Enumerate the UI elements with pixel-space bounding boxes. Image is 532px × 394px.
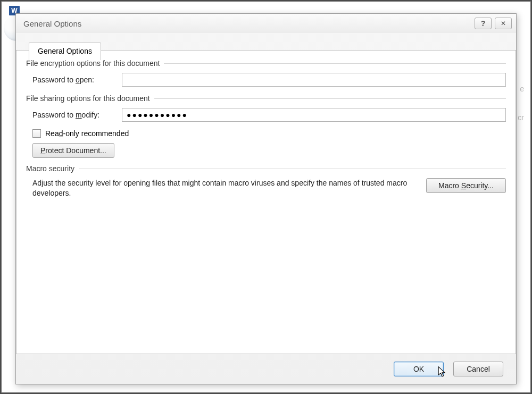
password-modify-input[interactable] (122, 108, 506, 122)
group-title: File encryption options for this documen… (26, 59, 160, 68)
bg-snippet: e (520, 85, 524, 93)
help-button[interactable]: ? (475, 18, 492, 29)
group-encryption: File encryption options for this documen… (26, 59, 506, 90)
close-button[interactable]: ✕ (495, 18, 512, 29)
ok-button[interactable]: OK (394, 362, 444, 376)
row-password-open: Password to open: (26, 68, 506, 90)
app-window: W e cr General Options ? ✕ General Optio… (1, 1, 531, 393)
help-icon: ? (481, 19, 486, 28)
cancel-button[interactable]: Cancel (453, 362, 503, 376)
readonly-label: Read-only recommended (45, 129, 129, 138)
dialog-body: General Options File encryption options … (16, 33, 516, 384)
row-readonly: Read-only recommended (26, 125, 506, 142)
row-protect-button: Protect Document... (26, 142, 506, 160)
group-macro: Macro security Adjust the security level… (26, 164, 506, 199)
dialog-title: General Options (23, 19, 471, 28)
readonly-checkbox[interactable] (32, 129, 41, 138)
general-options-dialog: General Options ? ✕ General Options File… (15, 13, 517, 384)
row-macro: Adjust the security level for opening fi… (26, 173, 506, 199)
group-header-macro: Macro security (26, 164, 506, 173)
label-password-open: Password to open: (32, 76, 122, 84)
panel-inner: File encryption options for this documen… (16, 51, 516, 209)
dialog-titlebar: General Options ? ✕ (16, 14, 516, 33)
group-sharing: File sharing options for this document P… (26, 94, 506, 160)
group-header-encryption: File encryption options for this documen… (26, 59, 506, 68)
password-open-input[interactable] (122, 73, 506, 87)
dialog-footer: OK Cancel (394, 362, 503, 376)
group-title: Macro security (26, 164, 74, 173)
divider (79, 169, 506, 169)
bg-snippet: cr (518, 113, 524, 122)
group-header-sharing: File sharing options for this document (26, 94, 506, 103)
protect-document-button[interactable]: Protect Document... (32, 143, 114, 158)
tab-panel: File encryption options for this documen… (16, 50, 516, 354)
close-icon: ✕ (501, 20, 506, 27)
macro-description: Adjust the security level for opening fi… (32, 178, 418, 199)
tab-general-options[interactable]: General Options (29, 43, 101, 60)
divider (154, 98, 506, 99)
divider (164, 63, 506, 64)
label-password-modify: Password to modify: (32, 111, 122, 119)
row-password-modify: Password to modify: (26, 103, 506, 125)
macro-security-button[interactable]: Macro Security... (426, 178, 506, 193)
group-title: File sharing options for this document (26, 94, 150, 103)
